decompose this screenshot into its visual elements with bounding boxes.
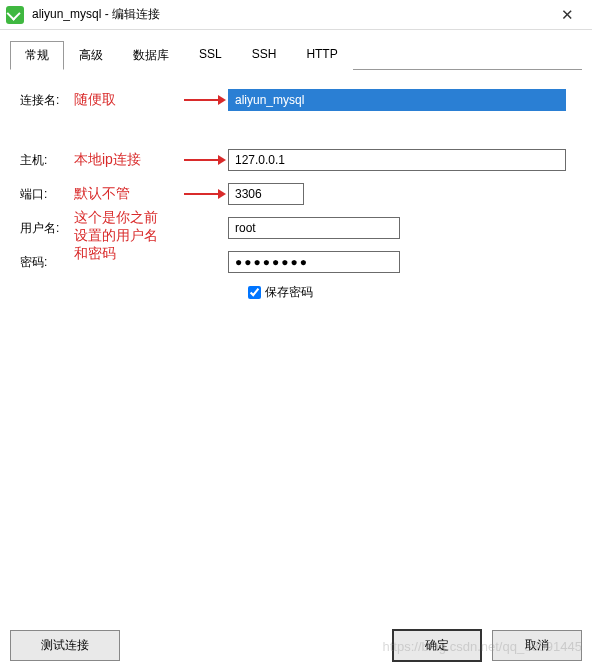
password-input[interactable] (228, 251, 400, 273)
close-button[interactable]: ✕ (547, 4, 588, 26)
annotation-host: 本地ip连接 (74, 151, 141, 167)
port-input[interactable] (228, 183, 304, 205)
row-save-password: 保存密码 (248, 284, 578, 301)
svg-marker-1 (218, 95, 226, 105)
arrow-icon (184, 154, 226, 168)
annotation-connection-name: 随便取 (74, 91, 116, 107)
svg-marker-3 (218, 155, 226, 165)
username-input[interactable] (228, 217, 400, 239)
row-connection-name: 连接名: 随便取 (20, 88, 578, 112)
title-bar: aliyun_mysql - 编辑连接 ✕ (0, 0, 592, 30)
test-connection-button[interactable]: 测试连接 (10, 630, 120, 661)
ok-button[interactable]: 确定 (392, 629, 482, 662)
row-user: 用户名: 这个是你之前 设置的用户名 和密码 (20, 216, 578, 240)
label-host: 主机: (20, 152, 74, 169)
connection-name-input[interactable] (228, 89, 566, 111)
tab-general[interactable]: 常规 (10, 41, 64, 70)
tab-database[interactable]: 数据库 (118, 41, 184, 70)
form-panel: 连接名: 随便取 主机: 本地ip连接 端口: 默认不管 (0, 70, 592, 625)
tab-advanced[interactable]: 高级 (64, 41, 118, 70)
label-port: 端口: (20, 186, 74, 203)
tab-ssh[interactable]: SSH (237, 41, 292, 70)
svg-marker-5 (218, 189, 226, 199)
annotation-userpass: 这个是你之前 设置的用户名 和密码 (74, 208, 194, 263)
row-port: 端口: 默认不管 (20, 182, 578, 206)
cancel-button[interactable]: 取消 (492, 630, 582, 661)
arrow-icon (184, 94, 226, 108)
label-user: 用户名: (20, 220, 74, 237)
tab-ssl[interactable]: SSL (184, 41, 237, 70)
save-password-checkbox[interactable] (248, 286, 261, 299)
arrow-icon (184, 188, 226, 202)
footer: 测试连接 确定 取消 (10, 629, 582, 662)
annotation-port: 默认不管 (74, 185, 130, 201)
app-icon (6, 6, 24, 24)
row-host: 主机: 本地ip连接 (20, 148, 578, 172)
host-input[interactable] (228, 149, 566, 171)
label-password: 密码: (20, 254, 74, 271)
tab-http[interactable]: HTTP (291, 41, 352, 70)
window-title: aliyun_mysql - 编辑连接 (32, 6, 160, 23)
label-connection-name: 连接名: (20, 92, 74, 109)
label-save-password: 保存密码 (265, 284, 313, 301)
tab-strip: 常规 高级 数据库 SSL SSH HTTP (10, 40, 582, 70)
